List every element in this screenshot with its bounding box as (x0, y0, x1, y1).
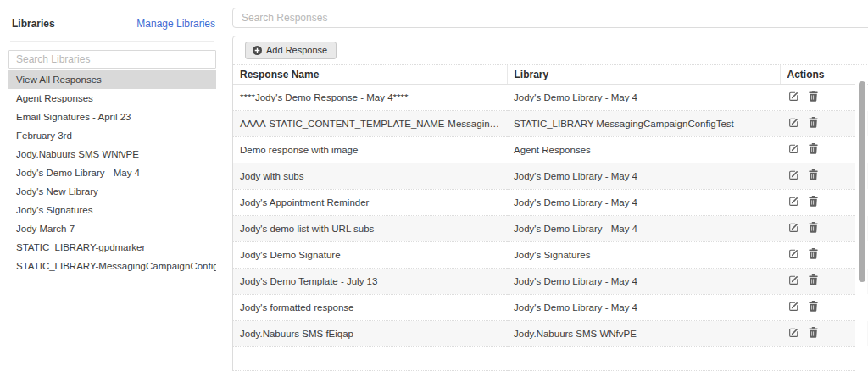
delete-button[interactable] (809, 169, 818, 180)
edit-button[interactable] (788, 301, 799, 312)
edit-icon (788, 169, 799, 180)
trash-icon (809, 91, 818, 102)
sidebar-title: Libraries (12, 18, 55, 30)
sidebar-item-label: Jody's Signatures (16, 205, 92, 215)
response-name-cell: Jody's Appointment Reminder (233, 190, 507, 216)
library-cell: Jody's Demo Library - May 4 (507, 216, 780, 242)
edit-button[interactable] (788, 327, 799, 338)
trash-icon (809, 169, 818, 180)
delete-button[interactable] (809, 248, 818, 259)
delete-button[interactable] (809, 143, 818, 154)
table-row: Jody's Demo Signature Jody's Signatures (233, 242, 868, 269)
edit-icon (788, 91, 799, 102)
sidebar-item[interactable]: Jody's Signatures (8, 201, 216, 219)
add-response-label: Add Response (266, 46, 327, 55)
sidebar-item-label: Jody's Demo Library - May 4 (16, 168, 140, 178)
trash-icon (809, 301, 818, 312)
responses-table: Response Name Library Actions ****Jody's… (233, 65, 868, 371)
edit-icon (788, 222, 799, 233)
library-cell: Jody's Demo Library - May 4 (507, 163, 780, 190)
sidebar-item[interactable]: Agent Responses (8, 89, 216, 108)
trash-icon (809, 248, 818, 259)
trash-icon (809, 117, 818, 128)
library-list: View All Responses Agent Responses Email… (8, 70, 216, 275)
delete-button[interactable] (809, 327, 818, 338)
sidebar-item-label: STATIC_LIBRARY-gpdmarker (16, 242, 145, 252)
response-search-input[interactable] (232, 8, 868, 28)
sidebar-item[interactable]: Jody's New Library (8, 182, 216, 201)
sidebar-item[interactable]: STATIC_LIBRARY-gpdmarker (8, 238, 216, 257)
edit-icon (788, 274, 799, 285)
library-cell: Agent Responses (507, 137, 780, 163)
table-row: Jody's Appointment Reminder Jody's Demo … (233, 190, 868, 216)
sidebar-item-label: View All Responses (16, 75, 102, 85)
edit-button[interactable] (788, 248, 799, 259)
sidebar-item[interactable]: View All Responses (8, 70, 216, 89)
response-name-cell: ****Jody's Demo Response - May 4**** (233, 85, 507, 111)
delete-button[interactable] (809, 222, 818, 233)
sidebar-item[interactable]: Jody March 7 (8, 219, 216, 238)
edit-button[interactable] (788, 169, 799, 180)
sidebar-item-label: Jody.Nabuurs SMS WNfvPE (16, 149, 139, 159)
sidebar-item-label: February 3rd (16, 130, 72, 141)
response-name-cell: AAAA-STATIC_CONTENT_TEMPLATE_NAME-Messag… (233, 111, 507, 137)
sidebar-item[interactable]: STATIC_LIBRARY-MessagingCampaignConfigTe… (8, 257, 216, 275)
library-cell: Jody's Demo Library - May 4 (507, 269, 780, 295)
manage-libraries-link[interactable]: Manage Libraries (136, 18, 215, 30)
edit-icon (788, 248, 799, 259)
library-cell: Jody's Signatures (507, 242, 780, 269)
edit-icon (788, 117, 799, 128)
edit-icon (788, 327, 799, 338)
response-name-cell: Jody's Demo Template - July 13 (233, 269, 507, 295)
response-name-cell: Jody's formatted response (233, 295, 507, 321)
add-response-button[interactable]: Add Response (245, 42, 337, 59)
sidebar-header: Libraries Manage Libraries (0, 0, 222, 30)
edit-button[interactable] (788, 274, 799, 285)
responses-panel: Add Response Response Name Library Actio… (232, 36, 868, 371)
edit-button[interactable] (788, 222, 799, 233)
table-row: Jody's Demo Template - July 13 Jody's De… (233, 269, 868, 295)
library-cell: Jody's Demo Library - May 4 (507, 85, 780, 111)
edit-button[interactable] (788, 117, 799, 128)
library-header: Library (507, 65, 780, 85)
table-row: Jody's demo list with URL subs Jody's De… (233, 216, 868, 242)
trash-icon (809, 222, 818, 233)
library-search-input[interactable] (8, 50, 216, 69)
plus-circle-icon (253, 46, 262, 55)
responses-toolbar: Add Response (233, 36, 868, 65)
delete-button[interactable] (809, 274, 818, 285)
edit-icon (788, 143, 799, 154)
delete-button[interactable] (809, 196, 818, 207)
sidebar: Libraries Manage Libraries View All Resp… (0, 0, 222, 275)
table-row: ****Jody's Demo Response - May 4**** Jod… (233, 85, 868, 111)
trash-icon (809, 274, 818, 285)
table-row: Jody's formatted response Jody's Demo Li… (233, 295, 868, 321)
sidebar-item-label: Email Signatures - April 23 (16, 112, 131, 122)
sidebar-item[interactable]: February 3rd (8, 126, 216, 145)
response-name-cell: Jody with subs (233, 163, 507, 190)
delete-button[interactable] (809, 117, 818, 128)
scrollbar-thumb[interactable] (859, 81, 865, 282)
library-cell: Jody's Demo Library - May 4 (507, 190, 780, 216)
responses-table-body: ****Jody's Demo Response - May 4**** Jod… (233, 85, 868, 371)
table-row: AAAA-STATIC_CONTENT_TEMPLATE_NAME-Messag… (233, 111, 868, 137)
sidebar-item-label: Jody March 7 (16, 224, 75, 234)
sidebar-item[interactable]: Email Signatures - April 23 (8, 108, 216, 126)
table-header-row: Response Name Library Actions (233, 65, 868, 85)
sidebar-item-label: Agent Responses (16, 93, 93, 103)
library-cell: Jody's Demo Library - May 4 (507, 295, 780, 321)
sidebar-item[interactable]: Jody's Demo Library - May 4 (8, 163, 216, 182)
library-cell: Jody.Nabuurs SMS WNfvPE (507, 321, 780, 347)
delete-button[interactable] (809, 301, 818, 312)
table-row-empty (233, 347, 868, 371)
scrollbar-track (855, 80, 867, 371)
sidebar-item[interactable]: Jody.Nabuurs SMS WNfvPE (8, 145, 216, 163)
library-cell: STATIC_LIBRARY-MessagingCampaignConfigTe… (507, 111, 780, 137)
edit-button[interactable] (788, 196, 799, 207)
delete-button[interactable] (809, 91, 818, 102)
sidebar-item-label: Jody's New Library (16, 186, 98, 197)
table-row: Jody with subs Jody's Demo Library - May… (233, 163, 868, 190)
edit-button[interactable] (788, 91, 799, 102)
sidebar-item-label: STATIC_LIBRARY-MessagingCampaignConfigTe… (16, 261, 216, 271)
edit-button[interactable] (788, 143, 799, 154)
